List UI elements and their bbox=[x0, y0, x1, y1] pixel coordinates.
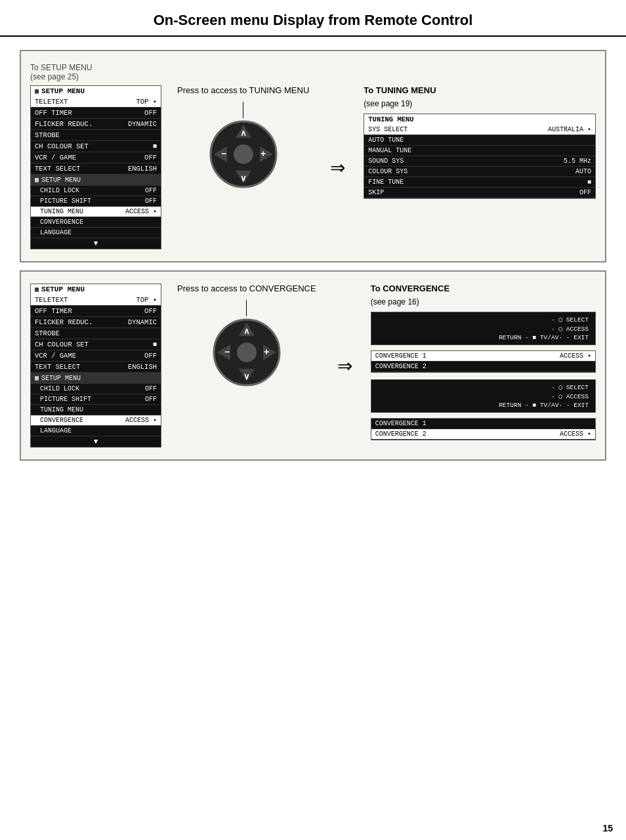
menu-item-off-timer-1: OFF TIMER OFF bbox=[31, 108, 161, 119]
setup-label-1: To SETUP MENU (see page 25) bbox=[30, 63, 596, 81]
tuning-menu-title: TUNING MENU bbox=[364, 114, 595, 125]
convergence-items-bottom: CONVERGENCE 1 CONVERGENCE 2ACCESS ▪ bbox=[371, 418, 596, 440]
conv-access-1: · ◯ ACCESS bbox=[375, 324, 591, 333]
svg-text:∨: ∨ bbox=[240, 173, 247, 183]
press-text-1: Press to access to TUNING MENU bbox=[177, 85, 309, 95]
tuning-sound-sys: SOUND SYS5.5 MHz bbox=[364, 156, 595, 167]
menu-item-text-select-1: TEXT SELECT ENGLISH bbox=[31, 163, 161, 175]
menu-item-colour-set-1: CH COLOUR SET ■ bbox=[31, 141, 161, 152]
arrow-right-1: ⇒ bbox=[330, 157, 345, 178]
convergence-top-panel: · ◯ SELECT · ◯ ACCESS RETURN - ■ TV/AV· … bbox=[371, 312, 596, 345]
sub-child-lock-1: CHILD LOCK OFF bbox=[31, 186, 161, 196]
tuning-manual-tune: MANUAL TUNE bbox=[364, 146, 595, 156]
conv-2-bottom: CONVERGENCE 2ACCESS ▪ bbox=[371, 429, 595, 440]
convergence-page: (see page 16) bbox=[371, 297, 596, 306]
press-text-2: Press to access to CONVERGENCE bbox=[177, 284, 316, 293]
convergence-items-top: CONVERGENCE 1ACCESS ▪ CONVERGENCE 2 bbox=[371, 350, 596, 373]
convergence-label: To CONVERGENCE bbox=[371, 284, 596, 293]
sub-language-1: LANGUAGE bbox=[31, 228, 161, 238]
menu-item-flicker-2: FLICKER REDUC. DYNAMIC bbox=[31, 317, 161, 328]
menu-item-vcr-1: VCR / GAME OFF bbox=[31, 152, 161, 163]
tuning-label: To TUNING MENU bbox=[364, 85, 596, 95]
setup-menu-box-2: ▦ SETUP MENU TELETEXT TOP ▪ OFF TIMER OF… bbox=[30, 284, 161, 448]
convergence-bottom-panel: · ◯ SELECT · ◯ ACCESS RETURN - ■ TV/AV· … bbox=[371, 379, 596, 413]
conv-1-top: CONVERGENCE 1ACCESS ▪ bbox=[371, 351, 595, 362]
tuning-auto-tune: AUTO TUNE bbox=[364, 135, 595, 146]
sub-convergence-2: CONVERGENCE ACCESS ▪ bbox=[31, 415, 161, 426]
convergence-info-panel: To CONVERGENCE (see page 16) · ◯ SELECT … bbox=[364, 284, 596, 440]
tuning-skip: SKIPOFF bbox=[364, 188, 595, 198]
conv-select-1: · ◯ SELECT bbox=[375, 315, 591, 324]
menu-item-teletext-2: TELETEXT TOP ▪ bbox=[31, 295, 161, 306]
setup-menu-box-1: ▦ SETUP MENU TELETEXT TOP ▪ OFF TIMER OF… bbox=[30, 85, 161, 249]
tuning-fine-tune: FINE TUNE■ bbox=[364, 177, 595, 188]
conv-1-bottom: CONVERGENCE 1 bbox=[371, 419, 595, 429]
svg-point-19 bbox=[237, 343, 257, 362]
panel-convergence: ▦ SETUP MENU TELETEXT TOP ▪ OFF TIMER OF… bbox=[20, 270, 606, 461]
svg-text:+: + bbox=[264, 346, 269, 357]
dpad-2[interactable]: ∧ ∨ − + bbox=[211, 316, 283, 388]
conv-2-top: CONVERGENCE 2 bbox=[371, 362, 595, 372]
page-title: On-Screen menu Display from Remote Contr… bbox=[0, 0, 626, 37]
dpad-1[interactable]: ∧ ∨ − + bbox=[207, 118, 280, 190]
menu-item-flicker-1: FLICKER REDUC. DYNAMIC bbox=[31, 119, 161, 130]
sub-tuning-menu-1: TUNING MENU ACCESS ▪ bbox=[31, 207, 161, 217]
arrow-right-2: ⇒ bbox=[337, 355, 352, 377]
arrow-down-2: ▼ bbox=[31, 436, 161, 447]
setup-menu-title-2: SETUP MENU bbox=[41, 285, 85, 293]
arrow-down-1: ▼ bbox=[31, 238, 161, 249]
sub-tuning-menu-2: TUNING MENU bbox=[31, 405, 161, 415]
panel-tuning: To SETUP MENU (see page 25) ▦ SETUP MENU… bbox=[20, 50, 606, 262]
svg-text:+: + bbox=[261, 148, 266, 159]
svg-text:∨: ∨ bbox=[243, 371, 250, 381]
conv-return-2: RETURN - ■ TV/AV· - EXIT bbox=[375, 401, 591, 410]
setup-menu-title-1: SETUP MENU bbox=[41, 87, 85, 95]
tuning-colour-sys: COLOUR SYSAUTO bbox=[364, 167, 595, 177]
conv-return-1: RETURN - ■ TV/AV· - EXIT bbox=[375, 333, 591, 342]
menu-item-colour-set-2: CH COLOUR SET ■ bbox=[31, 339, 161, 350]
grid-icon-1: ▦ bbox=[35, 87, 39, 95]
svg-text:−: − bbox=[224, 346, 230, 357]
sub-picture-shift-1: PICTURE SHIFT OFF bbox=[31, 196, 161, 207]
svg-text:−: − bbox=[221, 148, 226, 159]
menu-item-vcr-2: VCR / GAME OFF bbox=[31, 350, 161, 362]
svg-point-9 bbox=[234, 144, 253, 164]
svg-text:∧: ∧ bbox=[243, 326, 250, 336]
menu-item-strobe-2: STROBE bbox=[31, 328, 161, 339]
sub-setup-title-2: ▦ SETUP MENU bbox=[31, 373, 161, 384]
sub-language-2: LANGUAGE bbox=[31, 426, 161, 436]
conv-select-2: · ◯ SELECT bbox=[375, 383, 591, 392]
grid-icon-2: ▦ bbox=[35, 285, 39, 293]
tuning-page: (see page 19) bbox=[364, 99, 596, 108]
sub-setup-title-1: ▦ SETUP MENU bbox=[31, 175, 161, 186]
tuning-info-panel: To TUNING MENU (see page 19) TUNING MENU… bbox=[357, 85, 596, 199]
menu-item-teletext-1: TELETEXT TOP ▪ bbox=[31, 96, 161, 108]
menu-item-text-select-2: TEXT SELECT ENGLISH bbox=[31, 362, 161, 373]
menu-item-strobe-1: STROBE bbox=[31, 130, 161, 141]
tuning-menu-box: TUNING MENU SYS SELECTAUSTRALIA ▪ AUTO T… bbox=[364, 114, 596, 199]
conv-access-2: · ◯ ACCESS bbox=[375, 392, 591, 401]
menu-item-off-timer-2: OFF TIMER OFF bbox=[31, 306, 161, 317]
page-number: 15 bbox=[602, 823, 613, 833]
sub-convergence-1: CONVERGENCE bbox=[31, 217, 161, 228]
sub-child-lock-2: CHILD LOCK OFF bbox=[31, 384, 161, 394]
tuning-sys-select: SYS SELECTAUSTRALIA ▪ bbox=[364, 125, 595, 135]
sub-picture-shift-2: PICTURE SHIFT OFF bbox=[31, 394, 161, 405]
svg-text:∧: ∧ bbox=[240, 128, 247, 138]
